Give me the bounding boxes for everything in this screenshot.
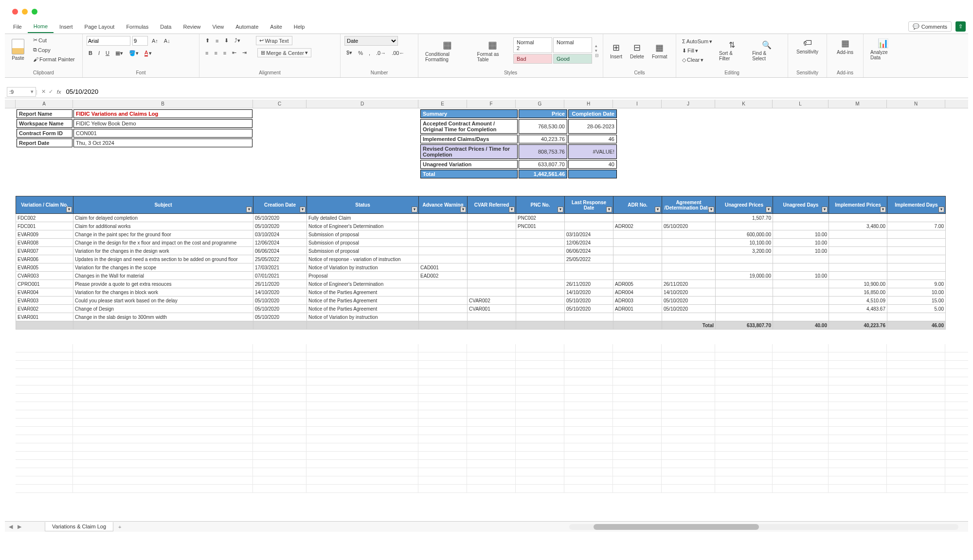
name-box[interactable]: :9▾ (7, 87, 36, 97)
cell[interactable]: 06/06/2024 (565, 247, 613, 255)
cell[interactable]: 808,753.76 (519, 144, 567, 159)
prev-sheet-icon[interactable]: ◀ (9, 524, 13, 530)
col-header-b[interactable]: B (73, 100, 253, 108)
cell[interactable]: Variation for the changes in block work (73, 288, 253, 297)
close-window-icon[interactable] (12, 9, 18, 15)
cell[interactable]: EVAR004 (16, 288, 73, 297)
table-header[interactable]: Agreement /Determination Dates▾ (662, 196, 716, 214)
cell[interactable]: 9.00 (887, 280, 946, 288)
cell[interactable]: 14/10/2020 (253, 288, 307, 297)
cell[interactable]: EVAR007 (16, 247, 73, 255)
cell[interactable] (419, 214, 468, 222)
cell[interactable]: ADR002 (613, 222, 662, 230)
cell[interactable] (468, 272, 516, 280)
cell[interactable]: 05/10/2020 (253, 214, 307, 222)
filter-icon[interactable]: ▾ (708, 207, 714, 212)
cell[interactable]: 4,483.67 (829, 305, 887, 313)
align-middle-button[interactable]: ≡ (214, 37, 220, 45)
orientation-button[interactable]: ⤴▾ (233, 36, 242, 45)
align-center-button[interactable]: ≡ (212, 49, 219, 57)
cell[interactable]: Updates in the design and need a extra s… (73, 255, 253, 263)
cell[interactable]: ADR004 (613, 288, 662, 297)
menu-formulas[interactable]: Formulas (120, 21, 154, 33)
cell[interactable]: 7.00 (887, 222, 946, 230)
cell[interactable]: CAD001 (419, 263, 468, 272)
cell[interactable] (613, 263, 662, 272)
cell[interactable] (468, 313, 516, 321)
cell[interactable]: ADR001 (613, 305, 662, 313)
cell[interactable] (716, 263, 773, 272)
cell[interactable]: Please provide a quote to get extra reso… (73, 280, 253, 288)
increase-font-button[interactable]: A↑ (150, 37, 160, 45)
table-header[interactable]: Variation / Claim No.▾ (16, 196, 73, 214)
format-as-table-button[interactable]: ▦Format as Table (474, 37, 511, 64)
col-header-n[interactable]: N (887, 100, 945, 108)
cell[interactable]: Summary (420, 109, 518, 118)
cell[interactable] (773, 313, 829, 321)
filter-icon[interactable]: ▾ (822, 207, 828, 212)
cell[interactable]: EVAR009 (16, 230, 73, 239)
fill-button[interactable]: ⬇ Fill ▾ (680, 47, 714, 55)
cell[interactable]: 40,223.76 (829, 321, 887, 330)
delete-cells-button[interactable]: ⊟Delete (627, 40, 647, 61)
cell[interactable] (887, 239, 946, 247)
style-good[interactable]: Good (553, 54, 592, 64)
addins-button[interactable]: ▦Add-ins (831, 36, 859, 57)
cell[interactable]: 633,807.70 (519, 160, 567, 169)
cell[interactable]: 4,510.09 (829, 297, 887, 305)
cell[interactable]: 05/10/2020 (565, 305, 613, 313)
filter-icon[interactable]: ▾ (938, 207, 944, 212)
cell[interactable] (716, 305, 773, 313)
cell[interactable] (565, 263, 613, 272)
cell[interactable] (516, 272, 565, 280)
filter-icon[interactable]: ▾ (412, 207, 417, 212)
cell[interactable] (419, 230, 468, 239)
cell[interactable] (613, 272, 662, 280)
cell[interactable] (613, 247, 662, 255)
sort-filter-button[interactable]: ⇅Sort & Filter (716, 38, 747, 63)
cell[interactable]: 15.00 (887, 297, 946, 305)
table-header[interactable]: Advance Warning▾ (419, 196, 468, 214)
cell[interactable]: Thu, 3 Oct 2024 (73, 139, 252, 147)
comments-button[interactable]: 💬 Comments (908, 21, 952, 32)
cell[interactable] (773, 222, 829, 230)
format-cells-button[interactable]: ▦Format (649, 40, 670, 61)
cell[interactable] (887, 313, 946, 321)
cell[interactable] (516, 239, 565, 247)
cell[interactable]: Workspace Name (17, 119, 72, 128)
cell[interactable]: Variation for the changes in the scope (73, 263, 253, 272)
menu-data[interactable]: Data (154, 21, 177, 33)
cell[interactable]: 05/10/2020 (662, 305, 716, 313)
cell[interactable]: Notice of the Parties Agreement (307, 305, 419, 313)
cell[interactable] (829, 247, 887, 255)
cell[interactable] (516, 313, 565, 321)
cell[interactable] (716, 255, 773, 263)
col-header-e[interactable]: E (418, 100, 467, 108)
cell[interactable]: 633,807.70 (716, 321, 773, 330)
cell[interactable]: PNC002 (516, 214, 565, 222)
col-header-l[interactable]: L (773, 100, 829, 108)
cell[interactable]: 10.00 (773, 247, 829, 255)
decrease-indent-button[interactable]: ⇤ (230, 49, 238, 57)
analyze-data-button[interactable]: 📊Analyze Data (867, 36, 899, 62)
cell[interactable] (773, 305, 829, 313)
menu-help[interactable]: Help (288, 21, 311, 33)
styles-up-icon[interactable]: ▴ (595, 43, 599, 48)
cell[interactable] (716, 297, 773, 305)
fx-icon[interactable]: fx (57, 89, 61, 95)
cell[interactable] (516, 247, 565, 255)
spreadsheet-grid[interactable]: Report NameFIDIC Variations and Claims L… (5, 108, 968, 521)
cell[interactable]: 10.00 (773, 239, 829, 247)
cell[interactable]: CVAR001 (468, 305, 516, 313)
cell[interactable]: Notice of the Parties Agreement (307, 288, 419, 297)
cell[interactable]: EVAR008 (16, 239, 73, 247)
cell[interactable] (468, 321, 516, 330)
cell[interactable]: Report Name (17, 109, 72, 118)
menu-insert[interactable]: Insert (54, 21, 79, 33)
table-header[interactable]: Creation Date▾ (253, 196, 307, 214)
cell[interactable]: FDC001 (16, 222, 73, 230)
cell[interactable] (468, 230, 516, 239)
cell[interactable] (662, 214, 716, 222)
menu-file[interactable]: File (7, 21, 28, 33)
filter-icon[interactable]: ▾ (655, 207, 661, 212)
